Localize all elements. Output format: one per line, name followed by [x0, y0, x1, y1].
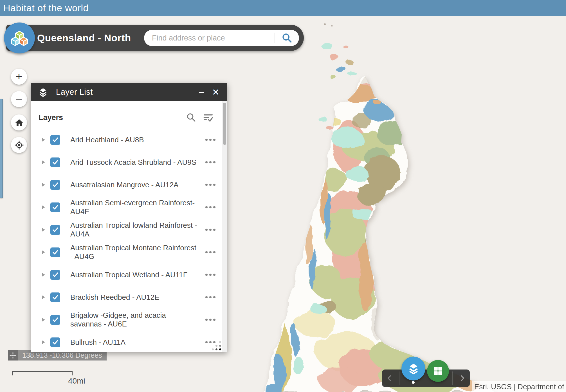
- app-title-bar: Habitat of the world: [0, 0, 566, 16]
- dock-divider: [399, 371, 399, 385]
- home-button[interactable]: [11, 114, 27, 130]
- expand-caret-icon[interactable]: [42, 295, 45, 299]
- layer-options-button[interactable]: [205, 136, 216, 143]
- expand-caret-icon[interactable]: [42, 228, 45, 232]
- check-icon: [52, 316, 59, 323]
- check-icon: [52, 226, 59, 233]
- dock-previous-button[interactable]: [383, 370, 396, 387]
- layer-list-panel-header[interactable]: Layer List ✕: [31, 83, 227, 101]
- home-icon: [15, 118, 24, 127]
- widget-dock: [382, 370, 470, 387]
- search-icon: [281, 32, 293, 44]
- layer-label: Arid Heathland - AU8B: [70, 136, 197, 144]
- layer-checkbox[interactable]: [50, 157, 60, 167]
- layer-list-body: Layers: [31, 101, 227, 352]
- expand-caret-icon[interactable]: [42, 183, 45, 187]
- panel-scrollbar[interactable]: [222, 101, 227, 352]
- minimize-button[interactable]: [196, 87, 207, 98]
- check-icon: [52, 294, 59, 301]
- layer-checkbox[interactable]: [50, 225, 60, 235]
- layer-row: Brackish Reedbed - AU12E: [31, 286, 227, 308]
- map-attribution: Esri, USGS | Department of Resc: [472, 381, 566, 392]
- layer-options-button[interactable]: [205, 316, 216, 323]
- layers-section-bar: Layers: [39, 109, 214, 126]
- layer-options-button[interactable]: [205, 271, 216, 278]
- map-title: Queensland - North: [37, 25, 131, 51]
- check-icon: [52, 136, 59, 143]
- basemap-gallery-widget-button[interactable]: [427, 360, 449, 382]
- chevron-left-icon: [386, 375, 393, 382]
- layer-checkbox[interactable]: [50, 180, 60, 190]
- layer-label: Brackish Reedbed - AU12E: [70, 293, 197, 302]
- expand-caret-icon[interactable]: [42, 138, 45, 142]
- layer-checkbox[interactable]: [50, 247, 60, 257]
- layer-search-icon: [186, 112, 196, 123]
- scale-bar-line: [12, 371, 73, 375]
- layer-checkbox[interactable]: [50, 337, 60, 347]
- layer-options-button[interactable]: [205, 294, 216, 301]
- zoom-in-button[interactable]: +: [11, 69, 27, 85]
- search-divider: [275, 33, 275, 43]
- layer-row: Bullrush - AU11A: [31, 331, 227, 352]
- expand-caret-icon[interactable]: [42, 318, 45, 322]
- expand-caret-icon[interactable]: [42, 160, 45, 164]
- dock-page-indicator[interactable]: [412, 381, 415, 384]
- chevron-right-icon: [459, 375, 466, 382]
- crosshair-icon: [9, 352, 17, 359]
- layers-icon: [407, 362, 420, 375]
- panel-resize-handle[interactable]: [210, 341, 221, 351]
- layers-icon: [38, 87, 48, 97]
- layer-checkbox[interactable]: [50, 135, 60, 145]
- layer-label: Bullrush - AU11A: [70, 338, 197, 347]
- check-icon: [52, 249, 59, 256]
- layer-checkbox[interactable]: [50, 292, 60, 302]
- layer-search-button[interactable]: [186, 112, 197, 123]
- check-icon: [52, 181, 59, 188]
- layer-checkbox[interactable]: [50, 270, 60, 280]
- list-check-icon: [203, 112, 214, 123]
- panel-title: Layer List: [56, 87, 93, 97]
- layer-row: Arid Tussock Acacia Shrubland - AU9S: [31, 151, 227, 174]
- app-title: Habitat of the world: [3, 3, 89, 13]
- search-button[interactable]: [281, 32, 293, 44]
- layer-list-widget-button[interactable]: [401, 357, 425, 380]
- attribution-text: Esri, USGS | Department of Resc: [474, 382, 566, 391]
- check-icon: [52, 204, 59, 211]
- expand-caret-icon[interactable]: [42, 340, 45, 344]
- dock-divider: [452, 371, 453, 385]
- dock-next-button[interactable]: [456, 370, 469, 387]
- layer-label: Ausatralasian Mangrove - AU12A: [70, 181, 197, 189]
- close-button[interactable]: ✕: [209, 86, 222, 99]
- zoom-out-button[interactable]: −: [11, 91, 27, 107]
- layer-options-button[interactable]: [205, 249, 216, 256]
- locate-icon: [14, 140, 24, 150]
- layer-row: Arid Heathland - AU8B: [31, 129, 227, 151]
- layer-filter-button[interactable]: [203, 112, 214, 123]
- layer-label: Australian Semi-evergreen Rainforest- AU…: [70, 199, 197, 216]
- layer-row: Australian Tropical Wetland - AU11F: [31, 263, 227, 286]
- expand-caret-icon[interactable]: [42, 250, 45, 254]
- check-icon: [52, 159, 59, 166]
- layer-options-button[interactable]: [205, 159, 216, 166]
- coordinate-crosshair-button[interactable]: [8, 350, 18, 361]
- cubes-logo-icon: [9, 28, 30, 48]
- check-icon: [52, 339, 59, 346]
- search-input[interactable]: [152, 34, 267, 42]
- layer-options-button[interactable]: [205, 204, 216, 211]
- locate-button[interactable]: [11, 137, 27, 153]
- collapsed-panel-edge[interactable]: [0, 99, 3, 198]
- check-icon: [52, 271, 59, 278]
- layer-label: Brigalow -Gidgee, and acacia savannas - …: [70, 311, 197, 328]
- expand-caret-icon[interactable]: [42, 273, 45, 277]
- layer-list: Arid Heathland - AU8B Arid Tussock Acaci…: [31, 129, 227, 352]
- layer-label: Australian Tropical Wetland - AU11F: [70, 271, 197, 279]
- layer-options-button[interactable]: [205, 181, 216, 188]
- scale-bar-label: 40mi: [68, 377, 85, 386]
- layer-checkbox[interactable]: [50, 315, 60, 325]
- layer-row: Ausatralasian Mangrove - AU12A: [31, 174, 227, 196]
- layer-options-button[interactable]: [205, 226, 216, 233]
- grid-icon: [432, 365, 444, 377]
- layer-checkbox[interactable]: [50, 202, 60, 212]
- expand-caret-icon[interactable]: [42, 205, 45, 209]
- scrollbar-thumb[interactable]: [223, 103, 226, 145]
